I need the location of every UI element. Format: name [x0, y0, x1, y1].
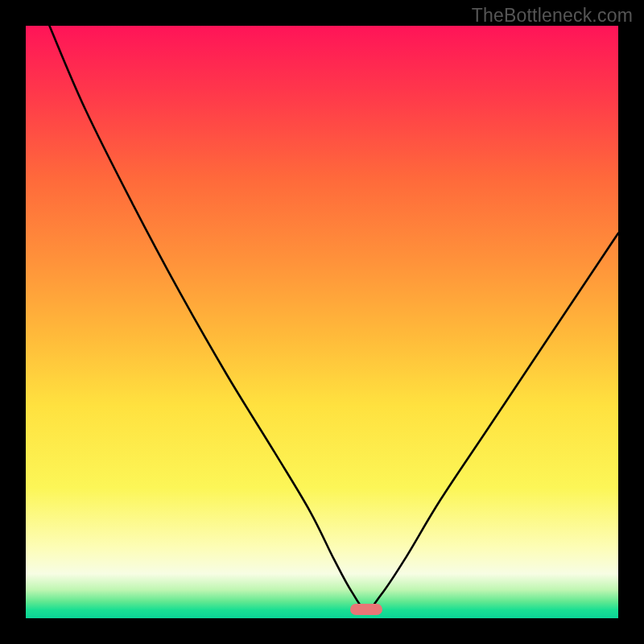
curve-path [49, 26, 618, 609]
chart-frame: TheBottleneck.com [0, 0, 644, 644]
watermark-text: TheBottleneck.com [472, 5, 633, 27]
optimum-marker [350, 604, 382, 615]
bottleneck-curve [26, 26, 618, 618]
plot-area [26, 26, 618, 618]
